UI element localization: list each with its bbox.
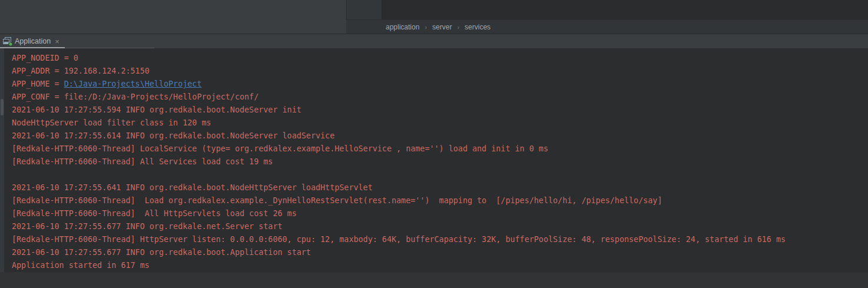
breadcrumb-items: application›server›services: [386, 23, 491, 31]
console-line: APP_HOME = D:\Java-Projects\HelloProject: [12, 78, 868, 91]
console-line: [Redkale-HTTP:6060-Thread] Load org.redk…: [12, 194, 868, 207]
console-line: 2021-06-10 17:27:55.614 INFO org.redkale…: [12, 130, 868, 143]
breadcrumb-item-server[interactable]: server: [432, 23, 452, 31]
console-line: NodeHttpServer load filter class in 120 …: [12, 117, 868, 130]
log-text: 2021-06-10 17:27:55.614 INFO org.redkale…: [12, 131, 334, 140]
breadcrumb: application›server›services: [346, 19, 868, 34]
console-line: [Redkale-HTTP:6060-Thread] HttpServer li…: [12, 233, 868, 246]
console-line: [Redkale-HTTP:6060-Thread] All HttpServl…: [12, 207, 868, 220]
run-toolwindow-tab-bar: Application ×: [0, 34, 868, 48]
console-line: APP_NODEID = 0: [12, 52, 868, 65]
breadcrumb-separator-icon: ›: [425, 24, 427, 31]
run-console-icon: [3, 37, 12, 45]
log-text: [Redkale-HTTP:6060-Thread] LocalService …: [12, 144, 548, 153]
breadcrumb-item-services[interactable]: services: [465, 23, 491, 31]
console-line: 2021-06-10 17:27:55.641 INFO org.redkale…: [12, 181, 868, 194]
tab-application[interactable]: Application ×: [0, 34, 63, 48]
tab-application-label: Application: [15, 37, 51, 45]
console-line: APP_CONF = file:/D:/Java-Projects/HelloP…: [12, 91, 868, 104]
editor-split-panel: [347, 0, 382, 19]
log-text: [Redkale-HTTP:6060-Thread] HttpServer li…: [12, 235, 786, 244]
bottom-toolbar-band: [0, 272, 868, 288]
console-line: Application started in 617 ms: [12, 259, 868, 272]
log-text: APP_HOME =: [12, 80, 64, 88]
log-text: 2021-06-10 17:27:55.641 INFO org.redkale…: [12, 183, 373, 192]
tab-close-icon[interactable]: ×: [55, 38, 59, 45]
log-text: [Redkale-HTTP:6060-Thread] Load org.redk…: [12, 196, 662, 205]
breadcrumb-item-application[interactable]: application: [386, 23, 419, 31]
log-text: [Redkale-HTTP:6060-Thread] All HttpServl…: [12, 209, 297, 218]
log-text: 2021-06-10 17:27:55.677 INFO org.redkale…: [12, 248, 311, 257]
console-line: APP_ADDR = 192.168.124.2:5150: [12, 65, 868, 78]
log-text: APP_ADDR = 192.168.124.2:5150: [12, 67, 150, 75]
log-text: NodeHttpServer load filter class in 120 …: [12, 118, 211, 127]
console-log: APP_NODEID = 0APP_ADDR = 192.168.124.2:5…: [0, 52, 868, 272]
log-text: 2021-06-10 17:27:55.677 INFO org.redkale…: [12, 222, 283, 231]
console-line: [Redkale-HTTP:6060-Thread] All Services …: [12, 155, 868, 168]
console-line: [Redkale-HTTP:6060-Thread] LocalService …: [12, 143, 868, 155]
console-line: 2021-06-10 17:27:55.677 INFO org.redkale…: [12, 220, 868, 233]
console-line: [12, 168, 868, 181]
editor-panel: [0, 0, 347, 34]
breadcrumb-separator-icon: ›: [457, 24, 459, 31]
log-text: Application started in 617 ms: [12, 261, 150, 270]
console-line: 2021-06-10 17:27:55.677 INFO org.redkale…: [12, 246, 868, 259]
editor-area: [382, 0, 868, 19]
log-text: APP_NODEID = 0: [12, 54, 78, 62]
log-text: APP_CONF = file:/D:/Java-Projects/HelloP…: [12, 92, 259, 101]
console-line: 2021-06-10 17:27:55.594 INFO org.redkale…: [12, 104, 868, 117]
running-indicator-icon: [8, 42, 13, 47]
log-text: 2021-06-10 17:27:55.594 INFO org.redkale…: [12, 105, 302, 114]
file-path-link[interactable]: D:\Java-Projects\HelloProject: [64, 80, 202, 88]
log-text: [Redkale-HTTP:6060-Thread] All Services …: [12, 157, 273, 166]
